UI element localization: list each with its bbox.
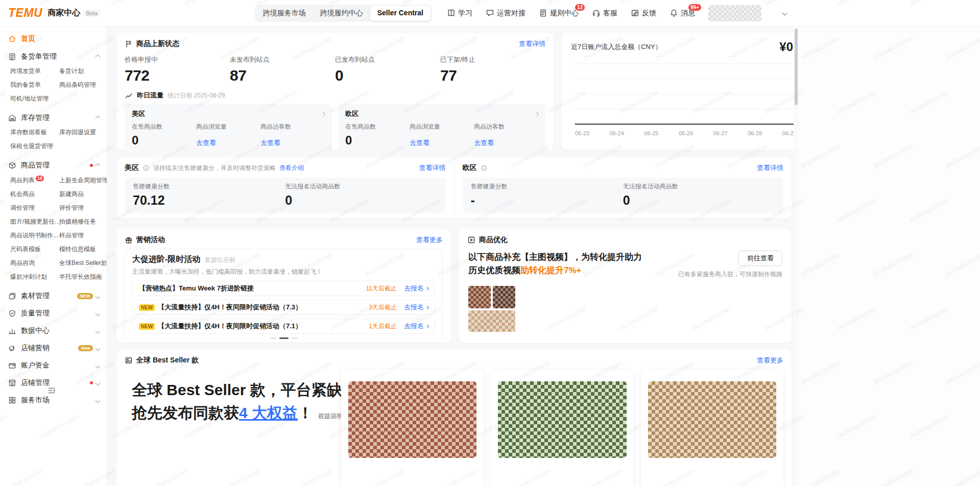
sidebar-sub-item[interactable]: 上新生命周期管理99+ [59,176,107,185]
sidebar-sub-item[interactable]: 保税仓退货管理 [10,142,57,151]
sidebar-sub-item[interactable]: 爆款冲刺计划 [10,273,57,281]
nav-feedback[interactable]: 反馈 [631,9,656,18]
chevron-right-icon [321,111,326,116]
go-check-link[interactable]: 去查看 [474,138,494,148]
optimization-headline: 以下商品补充【主图视频】，为转化提升助力 [468,251,642,264]
chevron-right-icon [534,111,539,116]
sidebar-sub-item[interactable]: 图片/视频更新任... [10,217,57,226]
chevron-down-icon[interactable] [782,11,787,16]
sidebar-sub-item[interactable]: 半托管长效指南 [59,273,107,281]
marketing-activity-row[interactable]: NEW 【大流量扶持】仅4H！夜间限时促销活动（7.1） 1天后截止 去报名 [132,319,435,334]
nav-customer-service[interactable]: 客服 [592,9,617,18]
sidebar-section-header[interactable]: 数据中心 [0,322,107,339]
sidebar-section-children: 商品列表18 上新生命周期管理99+ 机会商品 新建商品 调价管理 评价管理 图… [0,174,107,287]
sidebar-sub-item[interactable]: 机会商品 [10,190,57,199]
product-image[interactable] [468,286,491,308]
activity-signup-link[interactable]: 去报名 [404,303,428,312]
view-detail-link[interactable]: 查看详情 [519,39,545,48]
sidebar-sub-item[interactable]: 商品咨询 [10,259,57,268]
sidebar-sub-item[interactable]: 商品说明书制作... [10,231,57,240]
sidebar-section-header[interactable]: 商品管理 [0,157,107,174]
marketing-activity-list: 【营销热点】Temu Week 7折进阶链接 11天后截止 去报名 NEW 【大… [132,281,435,334]
sidebar-sub-item[interactable]: 备货计划 [59,67,104,76]
sidebar-sub-item[interactable]: 库存回退设置 [59,128,104,137]
sidebar-section-header[interactable]: 备货单管理 [0,48,107,65]
region-block-us[interactable]: 美区 在售商品数0 商品浏览量去查看 商品访客数去查看 [125,104,332,154]
sidebar-section-label: 数据中心 [21,326,50,335]
book-icon [447,9,456,17]
nav-messages[interactable]: 消息 99+ [670,9,695,18]
best-seller-headline: 全球 Best Seller 款，平台紧缺 抢先发布同款获 4 大权益 ！ 权益… [125,369,333,486]
x-tick-label: 06-25 [644,130,658,136]
sidebar-sub-item[interactable]: 模特信息模板 [59,245,107,254]
temu-logo[interactable]: TEMU [8,6,42,20]
product-image[interactable] [468,310,515,332]
service-provider-note: 已有多家服务商入驻，可快速制作视频 [678,270,782,279]
product-icon [8,161,16,169]
promo-slot-tag: 资源位示例 [204,256,235,264]
sidebar-section-header[interactable]: 质量管理 [0,305,107,322]
scrollbar-thumb[interactable] [795,29,798,105]
sidebar-sub-item[interactable]: 评价管理 [59,204,107,212]
go-view-button[interactable]: 前往查看 [738,251,782,266]
quality-icon [8,309,16,318]
sidebar-home-label: 首页 [21,34,35,43]
sidebar-sub-item[interactable]: 调价管理 [10,204,57,212]
marketing-activity-row[interactable]: 【营销热点】Temu Week 7折进阶链接 11天后截止 去报名 [132,281,435,296]
activity-signup-link[interactable]: 去报名 [404,284,428,293]
sellout-health-score: 售罄健康分数 - [471,182,623,208]
tab-cross-border-service-market[interactable]: 跨境服务市场 [256,6,313,21]
sidebar-sub-item[interactable]: 新建商品 [59,190,107,199]
view-more-link[interactable]: 查看更多 [416,235,443,245]
sidebar-sub-item[interactable]: 商品条码管理 [59,81,104,89]
beta-badge: Beta [83,10,100,17]
sidebar-section-header[interactable]: 账户资金 [0,357,107,374]
go-check-link[interactable]: 去查看 [410,138,429,148]
app-title: 商家中心 [47,8,80,18]
activity-signup-link[interactable]: 去报名 [404,322,428,331]
gift-icon [125,236,133,244]
sidebar-section-header[interactable]: 店铺营销 New [0,339,107,357]
sidebar-section-header[interactable]: 库存管理 [0,109,107,127]
sidebar-sub-item[interactable]: 库存数据看板 [10,128,57,137]
sidebar-section-label: 素材管理 [21,291,50,301]
tab-cross-border-fulfillment[interactable]: 跨境履约中心 [313,6,370,21]
activity-title: 【大流量扶持】仅4H！夜间限时促销活动（7.3） [158,303,302,312]
sidebar-sub-item[interactable]: 我的备货单 [10,81,57,89]
carousel-dot-active[interactable] [279,337,289,339]
view-detail-link[interactable]: 查看详情 [419,163,446,173]
best-seller-product-card[interactable] [341,369,484,486]
nav-rules-center[interactable]: 规则中心 13 [539,9,579,18]
collapse-sidebar-icon[interactable] [47,386,56,395]
tab-seller-central[interactable]: Seller Central [370,6,431,21]
funds-icon [8,361,16,370]
benefits-link[interactable]: 4 大权益 [239,401,298,424]
carousel-dot[interactable] [270,337,276,339]
sidebar-item-home[interactable]: 首页 [0,30,107,48]
x-tick-label: 06-26 [679,130,693,136]
view-detail-link[interactable]: 查看详情 [757,163,783,173]
sidebar-sub-item[interactable]: 跨境发货单 [10,67,57,76]
red-dot-indicator [90,164,93,167]
carousel-dot[interactable] [292,337,298,339]
sidebar-sub-item[interactable]: 司机/地址管理 [10,94,57,103]
sidebar-section-header[interactable]: 素材管理 NEW [0,287,107,305]
best-seller-product-card[interactable] [641,369,783,486]
sidebar-sub-item[interactable]: 拍摄精修任务 [59,217,107,226]
nav-operations[interactable]: 运营对接 [486,9,525,18]
inflow-title: 近7日账户流入总金额（CNY） [571,42,662,52]
sidebar-sub-item[interactable]: 全球Best Seller款 [59,259,107,268]
view-intro-link[interactable]: 查看介绍 [279,164,304,173]
sidebar-sub-item[interactable]: 样品管理 [59,231,107,240]
sidebar-sub-item[interactable]: 尺码表模板 [10,245,57,254]
region-block-eu[interactable]: 欧区 在售商品数0 商品浏览量去查看 商品访客数去查看 [338,104,545,154]
view-more-link[interactable]: 查看更多 [757,356,783,365]
go-check-link[interactable]: 去查看 [196,138,216,148]
account-avatar[interactable] [708,5,761,21]
nav-learn[interactable]: 学习 [447,9,472,18]
sidebar-sub-item[interactable]: 商品列表18 [10,176,57,185]
best-seller-product-card[interactable] [491,369,633,486]
product-image[interactable] [493,286,515,308]
marketing-activity-row[interactable]: NEW 【大流量扶持】仅4H！夜间限时促销活动（7.3） 3天后截止 去报名 [132,300,435,315]
go-check-link[interactable]: 去查看 [260,138,280,148]
